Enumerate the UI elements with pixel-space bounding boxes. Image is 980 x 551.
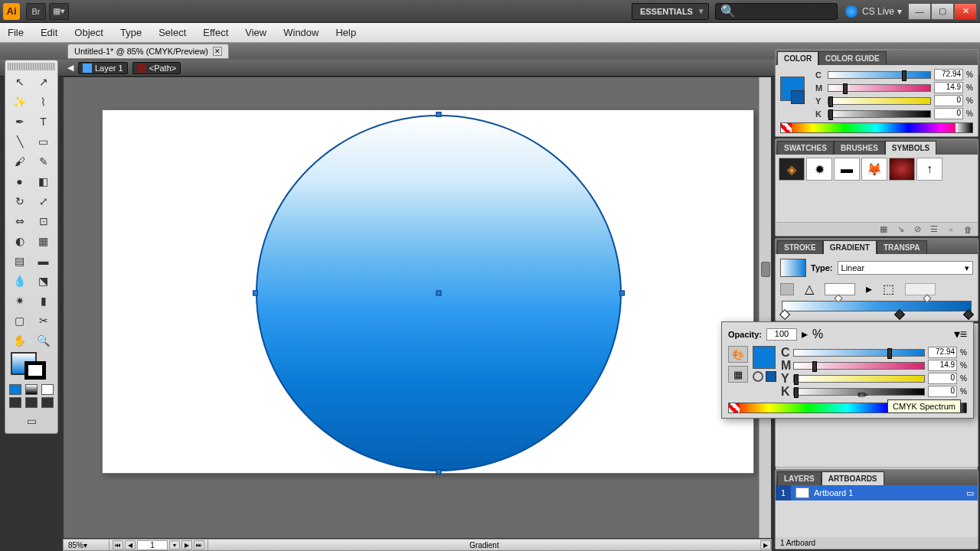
menu-edit[interactable]: Edit [41, 27, 57, 38]
nav-first-icon[interactable]: ⏮ [113, 540, 123, 549]
shape-builder-tool[interactable]: ◐ [8, 231, 31, 251]
artboard-number[interactable]: 1 [137, 540, 168, 550]
color-mode-icon[interactable] [9, 384, 21, 395]
symbol-tape[interactable]: ▬ [834, 158, 860, 181]
blob-brush-tool[interactable]: ● [8, 171, 31, 191]
k-slider[interactable] [828, 110, 931, 118]
symbol-options-icon[interactable]: ☰ [929, 224, 939, 235]
popup-stroke-swatch[interactable] [766, 371, 776, 382]
paintbrush-tool[interactable]: 🖌 [8, 152, 31, 171]
canvas-area[interactable] [63, 77, 772, 539]
popup-c-value[interactable]: 72.94 [928, 347, 957, 358]
maximize-button[interactable]: ▢ [931, 3, 954, 20]
anchor-bottom[interactable] [436, 469, 442, 474]
new-symbol-icon[interactable]: ▫ [946, 224, 956, 235]
c-slider[interactable] [828, 71, 931, 79]
artboard-tool[interactable]: ▢ [8, 311, 31, 331]
zoom-tool[interactable]: 🔍 [31, 331, 55, 350]
opacity-value[interactable]: 100 [766, 328, 797, 341]
nav-last-icon[interactable]: ⏭ [194, 540, 204, 549]
center-point[interactable] [436, 291, 442, 296]
selection-tool[interactable]: ↖ [8, 72, 31, 92]
tab-transparency[interactable]: TRANSPA [877, 240, 927, 254]
color-spectrum[interactable] [780, 122, 973, 133]
stroke-swatch[interactable] [24, 361, 46, 380]
k-value[interactable]: 0 [934, 108, 963, 119]
menu-help[interactable]: Help [335, 27, 356, 38]
y-slider[interactable] [828, 97, 931, 105]
draw-behind-icon[interactable] [25, 397, 38, 408]
popup-fill-swatch[interactable] [753, 346, 776, 369]
slice-tool[interactable]: ✂ [31, 311, 55, 331]
rotate-tool[interactable]: ↻ [8, 191, 31, 211]
c-value[interactable]: 72.94 [934, 69, 963, 80]
anchor-top[interactable] [436, 112, 442, 117]
type-tool[interactable]: T [31, 112, 55, 132]
symbol-splat[interactable]: ✹ [806, 158, 832, 181]
vertical-scrollbar[interactable] [759, 77, 771, 538]
draw-inside-icon[interactable] [41, 397, 54, 408]
artboard-orient-icon[interactable]: ▭ [962, 488, 978, 498]
gradient-stop-end[interactable] [963, 309, 974, 320]
gradient-tool[interactable]: ▬ [31, 251, 55, 271]
direct-selection-tool[interactable]: ↗ [31, 72, 55, 92]
eraser-tool[interactable]: ◧ [31, 171, 55, 191]
reverse-gradient-icon[interactable] [780, 283, 794, 295]
tab-color-guide[interactable]: COLOR GUIDE [818, 51, 887, 65]
minimize-button[interactable]: — [908, 3, 931, 20]
popup-m-slider[interactable] [793, 362, 925, 370]
breadcrumb-back-icon[interactable]: ◀ [67, 63, 74, 73]
break-link-icon[interactable]: ⊘ [912, 224, 923, 235]
nav-dropdown-icon[interactable]: ▾ [169, 540, 180, 549]
gradient-ramp[interactable] [782, 301, 972, 311]
popup-k-value[interactable]: 0 [928, 386, 957, 397]
popup-menu-icon[interactable]: ▾≡ [954, 327, 967, 341]
lasso-tool[interactable]: ⌇ [31, 92, 55, 112]
tab-swatches[interactable]: SWATCHES [777, 141, 834, 155]
anchor-left[interactable] [253, 291, 258, 296]
tab-artboards[interactable]: ARTBOARDS [822, 471, 884, 485]
nav-prev-icon[interactable]: ◀ [125, 540, 136, 549]
m-value[interactable]: 14.9 [934, 82, 963, 93]
menu-object[interactable]: Object [74, 27, 103, 38]
color-stroke-swatch[interactable] [791, 90, 805, 104]
selected-ellipse[interactable] [256, 115, 622, 471]
menu-view[interactable]: View [245, 27, 266, 38]
menu-effect[interactable]: Effect [203, 27, 228, 38]
close-button[interactable]: ✕ [954, 3, 977, 20]
eyedropper-tool[interactable]: 💧 [8, 271, 31, 291]
y-value[interactable]: 0 [934, 95, 963, 106]
fill-stroke-swatch[interactable] [8, 350, 55, 383]
graph-tool[interactable]: ▮ [31, 291, 55, 311]
m-slider[interactable] [828, 84, 931, 92]
blend-tool[interactable]: ⬔ [31, 271, 55, 291]
popup-y-value[interactable]: 0 [928, 373, 957, 384]
gradient-swatch[interactable] [780, 259, 806, 277]
perspective-tool[interactable]: ▦ [31, 231, 55, 251]
anchor-right[interactable] [619, 291, 625, 296]
popup-link-icon[interactable] [753, 371, 763, 382]
tab-gradient[interactable]: GRADIENT [823, 240, 877, 254]
aspect-value[interactable] [905, 283, 936, 295]
free-transform-tool[interactable]: ⊡ [31, 211, 55, 231]
menu-type[interactable]: Type [120, 27, 142, 38]
bridge-button[interactable]: Br [26, 3, 46, 20]
hand-tool[interactable]: ✋ [8, 331, 31, 350]
toolbox-grip[interactable] [8, 63, 55, 70]
workspace-dropdown[interactable]: ESSENTIALS [632, 3, 709, 20]
menu-file[interactable]: File [8, 27, 24, 38]
breadcrumb-path[interactable]: <Path> [132, 62, 181, 74]
document-close-icon[interactable]: ✕ [213, 47, 222, 56]
tab-stroke[interactable]: STROKE [777, 240, 823, 254]
draw-normal-icon[interactable] [9, 397, 21, 408]
tab-brushes[interactable]: BRUSHES [834, 141, 885, 155]
gradient-type-dropdown[interactable]: Linear▾ [838, 261, 973, 275]
symbol-library-icon[interactable]: ▦ [878, 224, 889, 235]
magic-wand-tool[interactable]: ✨ [8, 92, 31, 112]
cs-live-button[interactable]: CS Live ▾ [845, 5, 902, 18]
swatches-grid-icon[interactable]: ▦ [728, 366, 748, 383]
symbol-sphere[interactable] [889, 158, 915, 181]
line-tool[interactable]: ╲ [8, 132, 31, 152]
menu-window[interactable]: Window [283, 27, 318, 38]
status-menu-icon[interactable]: ▶ [760, 540, 771, 549]
